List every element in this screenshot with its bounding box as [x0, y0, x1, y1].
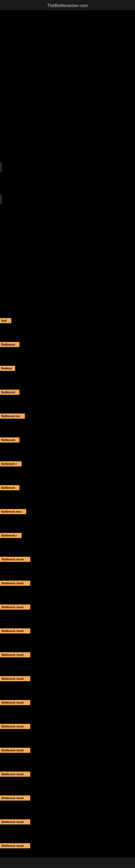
result-badge-13[interactable]: Bottleneck result	[0, 604, 30, 610]
result-badge-10[interactable]: Bottleneck r	[0, 533, 21, 538]
result-row-18: Bottleneck result	[0, 714, 135, 738]
result-badge-4[interactable]: Bottleneck	[0, 390, 19, 395]
site-title: TheBottlenecker.com	[0, 0, 135, 10]
result-row-17: Bottleneck result	[0, 691, 135, 714]
result-row-6: Bottleneck	[0, 428, 135, 452]
result-row-9: Bottleneck resu	[0, 500, 135, 524]
result-badge-9[interactable]: Bottleneck resu	[0, 509, 26, 514]
result-row-11: Bottleneck result	[0, 547, 135, 571]
result-row-20: Bottleneck result	[0, 762, 135, 786]
chart-marker-2	[1, 195, 1, 204]
result-row-10: Bottleneck r	[0, 524, 135, 547]
result-row-3: Bottlene	[0, 356, 135, 380]
result-badge-1[interactable]: Bott	[0, 318, 11, 323]
result-badge-12[interactable]: Bottleneck result	[0, 581, 30, 586]
result-badge-23[interactable]: Bottleneck result	[0, 843, 30, 848]
result-row-8: Bottleneck	[0, 476, 135, 500]
result-row-14: Bottleneck result	[0, 619, 135, 643]
result-row-2: Bottleneck	[0, 333, 135, 356]
result-badge-20[interactable]: Bottleneck result	[0, 771, 30, 777]
result-row-23: Bottleneck result	[0, 834, 135, 858]
result-badge-6[interactable]: Bottleneck	[0, 437, 19, 442]
result-badge-21[interactable]: Bottleneck result	[0, 795, 30, 801]
result-row-13: Bottleneck result	[0, 595, 135, 619]
result-badge-17[interactable]: Bottleneck result	[0, 700, 30, 705]
result-row-1: Bott	[0, 309, 135, 333]
result-row-21: Bottleneck result	[0, 786, 135, 810]
result-badge-19[interactable]: Bottleneck result	[0, 748, 30, 753]
result-badge-11[interactable]: Bottleneck result	[0, 557, 30, 562]
result-badge-18[interactable]: Bottleneck result	[0, 724, 30, 729]
result-row-15: Bottleneck result	[0, 643, 135, 667]
result-badge-14[interactable]: Bottleneck result	[0, 628, 30, 633]
result-badge-3[interactable]: Bottlene	[0, 366, 15, 371]
result-badge-5[interactable]: Bottleneck res	[0, 413, 25, 418]
result-row-4: Bottleneck	[0, 380, 135, 404]
result-badge-16[interactable]: Bottleneck result	[0, 676, 30, 681]
result-row-7: Bottleneck r	[0, 452, 135, 476]
result-row-5: Bottleneck res	[0, 404, 135, 428]
results-container: Bott Bottleneck Bottlene Bottleneck Bott…	[0, 309, 135, 858]
chart-marker-1	[1, 162, 1, 172]
chart-area	[0, 10, 135, 309]
result-row-16: Bottleneck result	[0, 667, 135, 691]
result-row-22: Bottleneck result	[0, 810, 135, 834]
result-badge-22[interactable]: Bottleneck result	[0, 819, 30, 824]
result-badge-7[interactable]: Bottleneck r	[0, 461, 21, 466]
result-badge-15[interactable]: Bottleneck result	[0, 652, 30, 657]
result-badge-8[interactable]: Bottleneck	[0, 485, 19, 490]
result-badge-2[interactable]: Bottleneck	[0, 342, 19, 347]
result-row-19: Bottleneck result	[0, 738, 135, 762]
result-row-12: Bottleneck result	[0, 571, 135, 595]
